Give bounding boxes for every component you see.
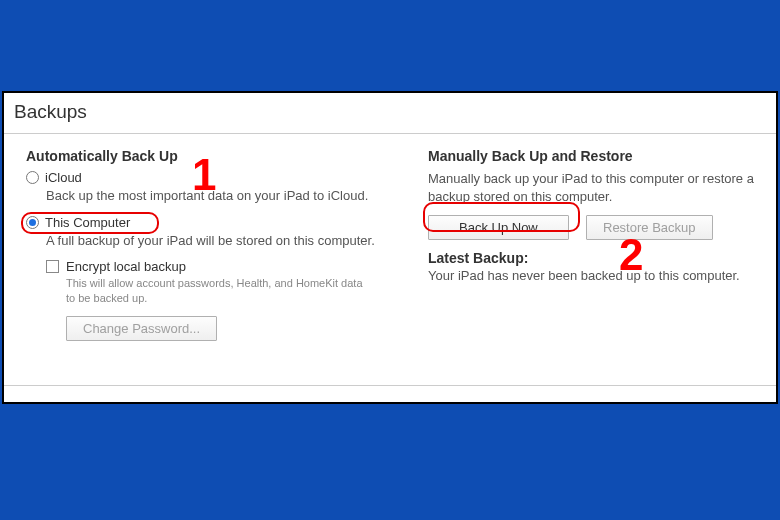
radio-selected-icon [26,216,39,229]
this-computer-desc: A full backup of your iPad will be store… [46,232,414,250]
encrypt-label: Encrypt local backup [66,259,186,274]
restore-backup-button[interactable]: Restore Backup [586,215,713,240]
back-up-now-button[interactable]: Back Up Now [428,215,569,240]
section-title: Backups [4,93,776,133]
backups-panel: Backups Automatically Back Up iCloud Bac… [2,91,778,404]
auto-heading: Automatically Back Up [26,148,414,164]
content-area: Automatically Back Up iCloud Back up the… [4,133,776,386]
change-password-button[interactable]: Change Password... [66,316,217,341]
radio-icloud[interactable]: iCloud [26,170,414,185]
manual-desc: Manually back up your iPad to this compu… [428,170,762,205]
latest-backup-heading: Latest Backup: [428,250,762,266]
encrypt-desc: This will allow account passwords, Healt… [66,276,374,306]
icloud-desc: Back up the most important data on your … [46,187,414,205]
manual-backup-column: Manually Back Up and Restore Manually ba… [424,148,762,371]
auto-backup-column: Automatically Back Up iCloud Back up the… [26,148,424,371]
encrypt-checkbox[interactable]: Encrypt local backup [46,259,414,274]
checkbox-icon [46,260,59,273]
latest-backup-text: Your iPad has never been backed up to th… [428,268,762,283]
radio-icloud-label: iCloud [45,170,82,185]
radio-this-computer-label: This Computer [45,215,130,230]
manual-heading: Manually Back Up and Restore [428,148,762,164]
radio-this-computer[interactable]: This Computer [26,215,414,230]
radio-icon [26,171,39,184]
